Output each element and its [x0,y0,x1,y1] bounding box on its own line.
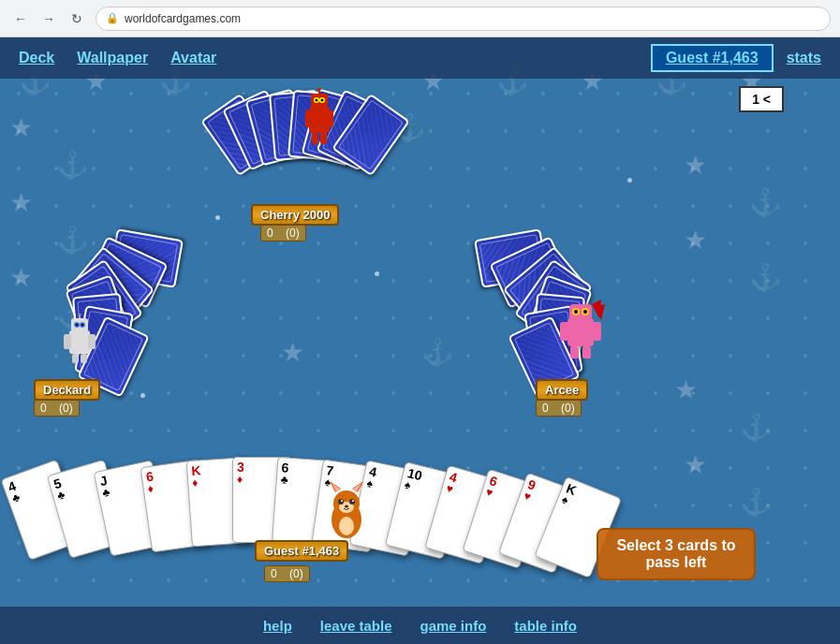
forward-button[interactable]: → [37,7,60,30]
svg-rect-27 [570,346,579,359]
fox-svg [318,477,375,543]
robot-svg-right [553,300,609,360]
card-suit: ♥ [445,482,454,494]
game-area: ⚓ ★ ⚓ ★ ⚓ ★ ⚓ ★ ★ ⚓ ★ ⚓ ★ ⚓ ★ ⚓ ★ ⚓ ⚓ ★ … [0,37,840,644]
help-link[interactable]: help [263,618,292,634]
svg-rect-16 [81,354,87,363]
guest-label-bottom: Guest #1,463 [255,540,348,562]
dot-3 [375,271,379,276]
svg-point-23 [78,314,81,315]
card-suit: ♦ [147,483,155,495]
arcee-score: 0 (0) [536,400,582,417]
stats-link[interactable]: stats [777,46,831,70]
svg-rect-3 [312,133,318,144]
bottom-nav: help leave table game info table info [0,607,840,644]
card-suit: ♣ [280,474,288,486]
round-arrow: < [763,92,771,107]
card-suit: ♣ [10,491,22,505]
top-nav: Deck Wallpaper Avatar Guest #1,463 stats [0,37,840,79]
svg-rect-15 [72,354,79,363]
leave-table-link[interactable]: leave table [320,618,392,634]
card-suit: ♥ [523,490,533,503]
cherry2000-label: Cherry 2000 [251,204,339,226]
svg-rect-13 [64,334,71,349]
cherry2000-avatar [296,88,343,148]
card-suit: ♣ [101,487,111,499]
svg-rect-12 [69,330,90,354]
svg-point-46 [352,500,354,502]
card-suit: ♦ [192,477,199,489]
svg-rect-2 [326,110,333,127]
svg-point-21 [81,324,84,327]
back-button[interactable]: ← [9,7,32,30]
svg-point-43 [338,499,344,505]
round-number: 1 [752,92,759,107]
card-suit: ♣ [56,489,66,502]
dot-4 [627,178,632,183]
svg-point-11 [317,88,321,91]
round-indicator[interactable]: 1 < [739,86,784,112]
avatar-link[interactable]: Avatar [161,46,226,70]
fox-avatar [318,477,375,543]
svg-rect-24 [567,318,594,346]
svg-rect-26 [592,322,601,341]
svg-point-48 [339,517,354,535]
svg-point-47 [345,505,348,508]
browser-nav: ← → ↻ [9,7,88,30]
url-text: worldofcardgames.com [125,12,241,25]
guest-score: 0 (0) [264,565,310,582]
svg-point-8 [316,99,318,102]
svg-point-9 [321,99,324,102]
guest-label[interactable]: Guest #1,463 [651,44,774,72]
robot-svg-left [56,314,103,365]
cherry2000-score: 0 (0) [260,225,306,242]
arcee-label: Arcee [536,379,588,401]
svg-rect-4 [320,133,327,144]
dot-2 [215,215,220,220]
card-suit: ♠ [404,479,412,491]
svg-rect-5 [311,94,328,109]
select-tooltip: Select 3 cards to pass left [597,528,756,580]
card-suit: ♦ [237,474,243,485]
table-info-link[interactable]: table info [514,618,577,634]
svg-rect-14 [88,334,96,349]
card-rank: 3 [237,461,244,474]
svg-rect-17 [71,318,88,332]
deckard-score: 0 (0) [34,400,80,417]
browser-bar: ← → ↻ 🔒 worldofcardgames.com [0,0,840,37]
svg-point-44 [349,499,355,505]
svg-point-35 [583,310,587,314]
svg-rect-1 [305,110,313,127]
svg-rect-28 [582,346,591,359]
refresh-button[interactable]: ↻ [66,7,88,30]
deckard-label: Deckard [34,379,100,401]
svg-point-34 [574,310,578,314]
card-suit: ♥ [484,486,494,499]
address-bar[interactable]: 🔒 worldofcardgames.com [96,7,831,31]
game-info-link[interactable]: game info [420,618,487,634]
svg-point-45 [341,500,343,502]
arcee-avatar [553,300,609,364]
dot-5 [140,393,145,398]
card-suit: ♠ [560,493,569,506]
deck-link[interactable]: Deck [9,46,64,70]
svg-rect-25 [560,322,569,341]
wallpaper-link[interactable]: Wallpaper [67,46,157,70]
deckard-avatar [56,314,103,369]
lock-icon: 🔒 [106,12,119,24]
svg-point-20 [76,324,79,327]
robot-svg-top [296,88,343,144]
